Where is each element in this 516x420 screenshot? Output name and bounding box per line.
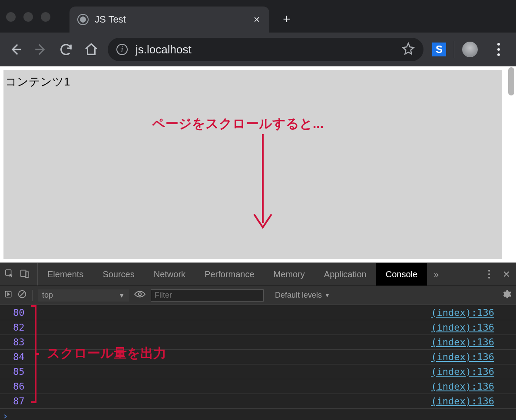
toolbar-divider xyxy=(454,41,454,58)
back-button[interactable] xyxy=(4,38,27,61)
log-source-link[interactable]: (index):136 xyxy=(431,366,516,377)
site-info-icon[interactable]: i xyxy=(116,44,128,55)
browser-tab[interactable]: JS Test × xyxy=(69,7,269,33)
tab-elements[interactable]: Elements xyxy=(38,263,93,285)
annotation-output-text: スクロール量を出力 xyxy=(47,345,166,362)
tab-application[interactable]: Application xyxy=(314,263,376,285)
address-bar[interactable]: i js.localhost xyxy=(108,38,423,61)
console-filter-input[interactable] xyxy=(151,289,264,302)
profile-avatar-icon[interactable] xyxy=(462,42,478,57)
browser-tabstrip: JS Test × + xyxy=(0,0,516,33)
reload-button[interactable] xyxy=(55,38,77,61)
svg-line-7 xyxy=(20,292,25,297)
context-selector[interactable]: top ▼ xyxy=(38,289,129,302)
console-log-row[interactable]: 82(index):136 xyxy=(0,320,516,335)
clear-console-icon[interactable] xyxy=(17,289,27,301)
window-controls xyxy=(6,12,50,22)
arrow-down-icon xyxy=(250,134,276,236)
browser-toolbar: i js.localhost S xyxy=(0,33,516,66)
log-value: 86 xyxy=(13,381,25,392)
log-source-link[interactable]: (index):136 xyxy=(431,351,516,362)
console-settings-icon[interactable] xyxy=(502,289,512,301)
tab-performance[interactable]: Performance xyxy=(195,263,264,285)
console-log-row[interactable]: 86(index):136 xyxy=(0,379,516,394)
devtools-tabbar: Elements Sources Network Performance Mem… xyxy=(0,262,516,286)
globe-icon xyxy=(77,14,89,25)
log-value: 83 xyxy=(13,337,25,348)
page-viewport: コンテンツ1 ページをスクロールすると... xyxy=(0,66,516,262)
browser-menu-icon[interactable] xyxy=(490,43,507,56)
levels-label: Default levels xyxy=(275,291,322,300)
page-content-area[interactable]: コンテンツ1 ページをスクロールすると... xyxy=(0,66,506,262)
log-value: 80 xyxy=(13,307,25,318)
tab-memory[interactable]: Memory xyxy=(264,263,314,285)
bookmark-star-icon[interactable] xyxy=(402,42,415,57)
page-scrollbar[interactable] xyxy=(506,66,516,262)
close-window-icon[interactable] xyxy=(6,12,16,22)
live-expression-icon[interactable] xyxy=(134,290,146,300)
tab-console[interactable]: Console xyxy=(376,263,427,285)
svg-point-8 xyxy=(139,293,142,296)
scrollbar-thumb[interactable] xyxy=(508,67,514,95)
log-levels-selector[interactable]: Default levels ▼ xyxy=(275,291,330,300)
extension-icon[interactable]: S xyxy=(432,43,446,56)
dropdown-triangle-icon: ▼ xyxy=(324,292,330,299)
device-toolbar-icon[interactable] xyxy=(20,269,30,280)
minimize-window-icon[interactable] xyxy=(23,12,33,22)
log-value: 85 xyxy=(13,366,25,377)
tabs-overflow-icon[interactable]: » xyxy=(428,269,445,279)
console-log-row[interactable]: 87(index):136 xyxy=(0,394,516,408)
devtools-panel: Elements Sources Network Performance Mem… xyxy=(0,262,516,420)
log-source-link[interactable]: (index):136 xyxy=(431,322,516,333)
inspect-element-icon[interactable] xyxy=(4,269,14,280)
log-value: 82 xyxy=(13,322,25,333)
console-prompt[interactable]: › xyxy=(0,408,516,420)
log-source-link[interactable]: (index):136 xyxy=(431,337,516,348)
new-tab-button[interactable]: + xyxy=(278,10,295,28)
prompt-chevron-icon: › xyxy=(3,410,8,420)
devtools-close-icon[interactable]: × xyxy=(503,267,510,281)
devtools-menu-icon[interactable] xyxy=(484,270,494,279)
forward-button[interactable] xyxy=(30,38,52,61)
url-text: js.localhost xyxy=(136,43,402,56)
log-source-link[interactable]: (index):136 xyxy=(431,307,516,318)
tab-title: JS Test xyxy=(95,14,252,25)
context-label: top xyxy=(42,291,53,300)
console-log-row[interactable]: 80(index):136 xyxy=(0,305,516,320)
tab-sources[interactable]: Sources xyxy=(93,263,144,285)
annotation-scroll-text: ページをスクロールすると... xyxy=(152,115,324,133)
zoom-window-icon[interactable] xyxy=(41,12,50,22)
tab-network[interactable]: Network xyxy=(144,263,195,285)
console-toolbar: top ▼ Default levels ▼ xyxy=(0,286,516,305)
log-source-link[interactable]: (index):136 xyxy=(431,381,516,392)
dropdown-triangle-icon: ▼ xyxy=(119,292,125,299)
log-value: 84 xyxy=(13,351,25,362)
home-button[interactable] xyxy=(80,38,103,61)
toolbar-separator xyxy=(32,290,33,301)
log-source-link[interactable]: (index):136 xyxy=(431,396,516,407)
console-log-row[interactable]: 85(index):136 xyxy=(0,364,516,379)
content-heading: コンテンツ1 xyxy=(5,75,70,88)
close-tab-icon[interactable]: × xyxy=(252,12,261,27)
console-sidebar-toggle-icon[interactable] xyxy=(4,290,12,300)
console-log-area[interactable]: 80(index):13682(index):13683(index):1368… xyxy=(0,305,516,420)
log-value: 87 xyxy=(13,396,25,407)
